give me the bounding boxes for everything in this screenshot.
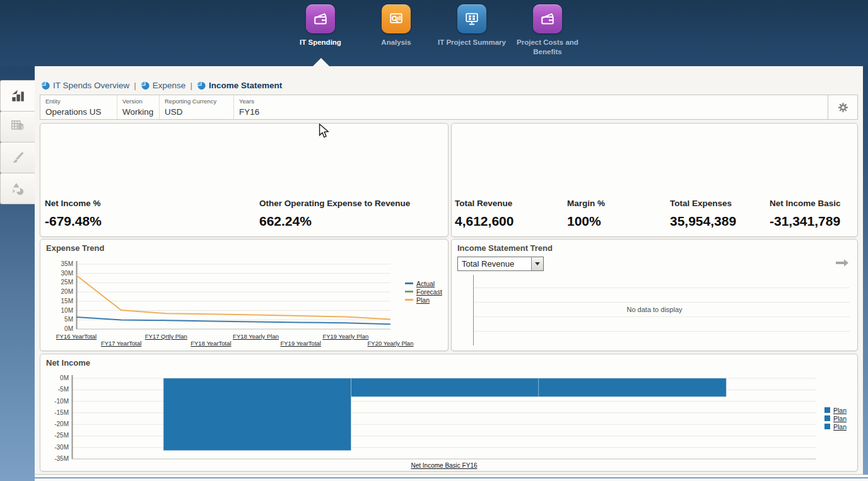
bar-plan-0[interactable] (163, 378, 351, 451)
sidebar-tab-shapes[interactable] (0, 173, 35, 204)
legend-label[interactable]: Plan (416, 296, 430, 304)
expense-trend-plot (76, 264, 390, 329)
chevron-down-icon (535, 262, 540, 265)
y-axis-tick: 5M (45, 316, 73, 323)
legend-item[interactable]: Plan (824, 406, 847, 414)
bottom-strip (35, 475, 868, 481)
legend-item[interactable]: Forecast (405, 287, 442, 296)
wallet-icon (533, 4, 562, 33)
pov-field-value: Operations US (45, 107, 112, 117)
pie-chart-icon (41, 81, 50, 90)
legend-swatch (405, 299, 413, 301)
nav-item-it-project-summary[interactable]: IT Project Summary (435, 4, 509, 57)
x-axis-category-link[interactable]: FY17 Qrtly Plan (127, 333, 205, 340)
kpi-value: 100% (567, 214, 605, 229)
breadcrumb-separator: | (134, 81, 136, 90)
bar-plan-2[interactable] (539, 378, 726, 397)
x-axis-category-link[interactable]: FY16 YearTotal (37, 333, 115, 340)
pie-chart-icon (141, 81, 150, 90)
kpi-label: Other Operating Expense to Revenue (259, 199, 410, 208)
kpi-label: Net Income % (45, 199, 102, 208)
legend-label[interactable]: Plan (833, 423, 847, 431)
net-income-panel: Net Income -35M-30M-25M-20M-15M-10M-5M0M… (40, 354, 858, 472)
settings-button[interactable] (828, 95, 857, 119)
legend-label[interactable]: Actual (416, 280, 435, 287)
gear-icon (837, 101, 849, 113)
panel-title: Expense Trend (46, 243, 104, 253)
legend-swatch (824, 424, 830, 429)
pov-field-value: Working (122, 107, 154, 117)
sidebar-tab-dashboard[interactable] (0, 80, 35, 112)
go-arrow-button[interactable] (835, 258, 849, 270)
x-axis-category-link[interactable]: FY18 Yearly Plan (217, 333, 295, 340)
expense-trend-panel: Expense Trend 0M5M10M15M20M25M30M35MFY16… (40, 239, 449, 351)
panel-title: Net Income (46, 358, 90, 368)
nav-label: IT Spending (300, 38, 341, 47)
y-axis-tick: -25M (41, 432, 69, 439)
y-axis-tick: 0M (41, 374, 69, 381)
right-arrow-icon (835, 258, 849, 267)
x-axis-category-link[interactable]: FY19 Yearly Plan (307, 333, 385, 340)
nav-item-project-costs-benefits[interactable]: Project Costs and Benefits (510, 4, 585, 57)
income-statement-trend-panel: Income Statement Trend Total Revenue No … (451, 239, 858, 351)
paintbrush-icon (9, 149, 26, 166)
legend-item[interactable]: Plan (405, 296, 442, 304)
legend-swatch (824, 415, 830, 421)
breadcrumb-item-income-statement[interactable]: Income Statement (197, 81, 282, 90)
chart-legend: PlanPlanPlan (824, 406, 847, 431)
legend-label[interactable]: Plan (833, 415, 847, 422)
pov-field-version[interactable]: Version Working (117, 95, 160, 119)
no-data-message: No data to display (452, 306, 857, 313)
breadcrumb: IT Spends Overview | Expense | Income St… (41, 81, 282, 90)
kpi-label: Margin % (567, 199, 605, 208)
y-axis-tick: -35M (41, 455, 69, 462)
breadcrumb-label: Expense (153, 81, 186, 90)
legend-item[interactable]: Plan (824, 422, 847, 431)
kpi-value: 35,954,389 (670, 214, 736, 229)
x-axis-category-link[interactable]: FY18 YearTotal (172, 340, 250, 347)
legend-label[interactable]: Plan (833, 407, 847, 414)
y-axis-tick: 0M (45, 325, 73, 332)
nav-item-analysis[interactable]: Analysis (359, 4, 433, 57)
legend-label[interactable]: Forecast (416, 288, 442, 296)
kpi-value: -31,341,789 (770, 214, 841, 229)
kpi-label: Net Income Basic (770, 199, 841, 208)
pov-field-value: USD (165, 107, 228, 117)
pov-field-reporting-currency[interactable]: Reporting Currency USD (160, 95, 234, 119)
pov-field-label: Version (122, 98, 154, 105)
breadcrumb-item-expense[interactable]: Expense (141, 81, 186, 90)
sidebar-tab-format[interactable] (0, 142, 35, 173)
pov-field-label: Years (239, 98, 823, 105)
x-axis-category-link[interactable]: FY19 YearTotal (262, 340, 340, 347)
nav-label: Project Costs and Benefits (510, 38, 585, 57)
kpi-label: Total Expenses (670, 199, 736, 208)
breadcrumb-item-it-spends-overview[interactable]: IT Spends Overview (41, 81, 129, 90)
top-header-bar: IT Spending Analysis (0, 0, 868, 66)
bar-plan-1[interactable] (351, 378, 539, 397)
kpi-total-expenses: Total Expenses 35,954,389 (670, 199, 736, 229)
legend-item[interactable]: Plan (824, 414, 847, 422)
net-income-plot (72, 378, 816, 459)
account-select-dropdown[interactable]: Total Revenue (457, 257, 544, 271)
x-axis-category-link[interactable]: FY20 Yearly Plan (351, 340, 430, 347)
nav-label: Analysis (381, 38, 411, 47)
x-axis-label-link[interactable]: Net Income Basic FY16 (72, 462, 816, 469)
gridline (474, 316, 850, 317)
bar-chart-arrow-icon (9, 88, 26, 104)
kpi-other-opex-to-revenue: Other Operating Expense to Revenue 662.2… (259, 199, 410, 229)
breadcrumb-label: Income Statement (209, 81, 282, 90)
kpi-margin-pct: Margin % 100% (567, 199, 605, 229)
x-axis-category-link[interactable]: FY17 YearTotal (82, 340, 160, 347)
breadcrumb-label: IT Spends Overview (53, 81, 129, 90)
y-axis-tick: 10M (45, 307, 73, 314)
dropdown-selected-value: Total Revenue (458, 257, 531, 270)
legend-item[interactable]: Actual (405, 279, 442, 287)
content-panel: IT Spends Overview | Expense | Income St… (35, 66, 863, 475)
dropdown-open-button[interactable] (531, 257, 543, 270)
dashboard-page: { "header": { "nav": [ {"label": "IT Spe… (0, 0, 868, 481)
pov-field-entity[interactable]: Entity Operations US (40, 95, 117, 119)
sidebar-tab-forms[interactable] (0, 111, 35, 142)
pov-field-years[interactable]: Years FY16 (234, 95, 828, 119)
nav-item-it-spending[interactable]: IT Spending (283, 4, 358, 57)
pov-field-value: FY16 (239, 107, 823, 117)
